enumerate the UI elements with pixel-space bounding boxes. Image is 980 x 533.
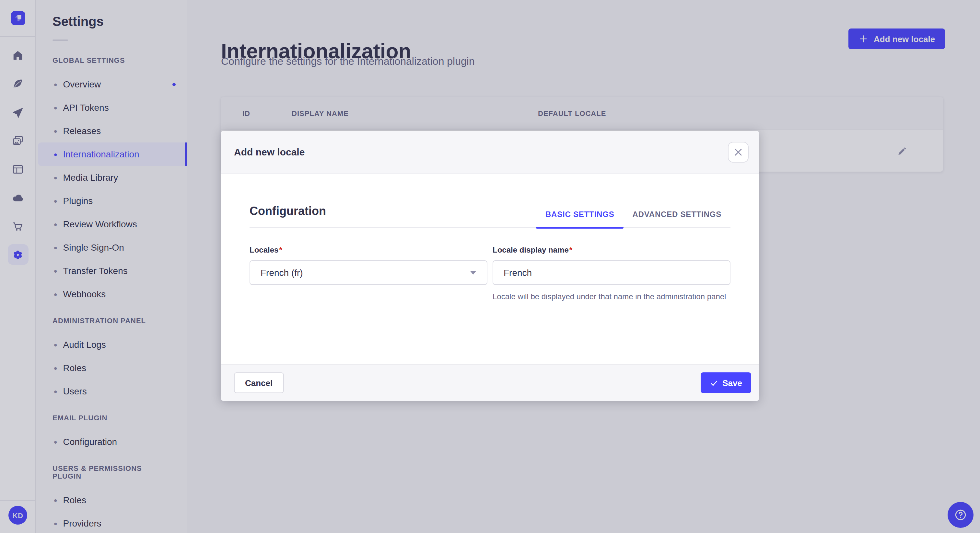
- required-asterisk: *: [570, 246, 572, 254]
- required-asterisk: *: [279, 246, 282, 254]
- modal-header: Add new locale: [221, 131, 759, 174]
- check-icon: [710, 379, 718, 387]
- modal-footer: Cancel Save: [221, 364, 759, 401]
- display-name-field: Locale display name* Locale will be disp…: [493, 245, 730, 303]
- locales-label: Locales*: [250, 245, 487, 255]
- save-button[interactable]: Save: [700, 373, 751, 393]
- cancel-button[interactable]: Cancel: [234, 373, 283, 393]
- modal-title: Add new locale: [234, 146, 305, 157]
- locales-select-value: French (fr): [261, 268, 303, 278]
- configuration-heading: Configuration: [250, 205, 326, 227]
- locales-select[interactable]: French (fr): [250, 260, 487, 285]
- tab-basic-settings[interactable]: BASIC SETTINGS: [536, 210, 624, 227]
- locales-field: Locales* French (fr): [250, 245, 487, 303]
- form-fields-row: Locales* French (fr) Locale display name…: [250, 245, 730, 303]
- display-name-input[interactable]: [493, 260, 730, 285]
- display-name-label: Locale display name*: [493, 245, 730, 255]
- tab-advanced-settings[interactable]: ADVANCED SETTINGS: [623, 210, 730, 227]
- display-name-hint: Locale will be displayed under that name…: [493, 292, 742, 303]
- app-window: Internationalization Configure the setti…: [0, 0, 980, 533]
- chevron-down-icon: [470, 271, 476, 274]
- close-icon: [734, 148, 742, 156]
- add-locale-modal: Add new locale Configuration BASIC SETTI…: [221, 131, 759, 401]
- close-button[interactable]: [728, 141, 749, 162]
- modal-tabs-row: Configuration BASIC SETTINGSADVANCED SET…: [250, 205, 730, 228]
- modal-body: Configuration BASIC SETTINGSADVANCED SET…: [221, 174, 759, 364]
